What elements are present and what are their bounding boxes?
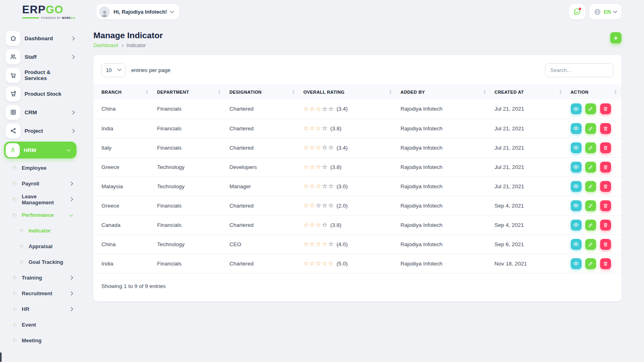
sidebar-item-employee[interactable]: Employee (0, 160, 80, 176)
column-header-added-by[interactable]: Added By (396, 84, 491, 99)
cell-created-at: Nov 18, 2021 (491, 254, 567, 273)
sort-icon[interactable] (218, 90, 221, 94)
table-row: Italy Financials Chartered ☆☆☆☆☆(3.4) Ra… (93, 138, 621, 157)
edit-button[interactable] (585, 142, 596, 153)
column-header-branch[interactable]: Branch (93, 84, 153, 99)
delete-button[interactable] (600, 142, 611, 153)
cell-action (567, 99, 621, 119)
search-input[interactable] (545, 63, 613, 77)
cell-added-by: Rajodiya Infotech (396, 138, 491, 157)
view-button[interactable] (571, 258, 582, 269)
cell-overall-rating: ☆☆☆☆(3.8) (299, 157, 396, 177)
delete-button[interactable] (600, 181, 611, 192)
delete-button[interactable] (600, 200, 611, 211)
cell-overall-rating: ☆☆☆☆☆(5.0) (299, 254, 396, 273)
edit-button[interactable] (585, 220, 596, 230)
sidebar-scrollbar[interactable] (0, 352, 2, 362)
cell-designation: Chartered (225, 196, 299, 215)
brand-logo[interactable]: ERPGO Powered By WORKDO (0, 4, 80, 19)
delete-button[interactable] (600, 239, 611, 250)
column-header-action[interactable]: Action (567, 84, 621, 99)
column-header-overall-rating[interactable]: Overall Rating (299, 84, 396, 99)
cell-designation: Developers (225, 157, 299, 177)
pencil-icon (588, 261, 593, 266)
sidebar-item-product-stock[interactable]: Product Stock (0, 84, 80, 103)
sidebar-item-hr[interactable]: HR (0, 301, 80, 317)
edit-button[interactable] (585, 162, 596, 173)
cell-action (567, 119, 621, 138)
view-button[interactable] (571, 142, 582, 153)
sidebar-item-payroll[interactable]: Payroll (0, 176, 80, 191)
cell-department: Financials (153, 196, 225, 215)
sidebar-item-leave-management[interactable]: Leave Management (0, 191, 80, 207)
table-header-row: Branch Department Designation Overall Ra… (93, 84, 621, 99)
sidebar-item-project[interactable]: Project (0, 121, 80, 140)
cell-overall-rating: ☆☆☆☆(3.8) (299, 215, 396, 234)
delete-button[interactable] (600, 258, 611, 269)
sort-icon[interactable] (559, 90, 563, 94)
edit-button[interactable] (585, 239, 596, 250)
sort-icon[interactable] (146, 90, 149, 94)
view-button[interactable] (571, 103, 582, 114)
cell-added-by: Rajodiya Infotech (396, 177, 491, 196)
edit-button[interactable] (585, 181, 596, 192)
trash-icon (603, 184, 608, 189)
sidebar-item-event[interactable]: Event (0, 317, 80, 333)
edit-button[interactable] (585, 103, 596, 114)
sidebar-item-product-services[interactable]: Product & Services (0, 66, 80, 84)
view-button[interactable] (571, 239, 582, 250)
view-button[interactable] (571, 162, 582, 173)
cell-branch: India (93, 119, 153, 138)
sidebar-item-goal-tracking[interactable]: Goal Tracking (0, 254, 80, 270)
delete-button[interactable] (600, 103, 611, 114)
sidebar-item-performance[interactable]: Performance (0, 207, 80, 223)
rating-value: (3.4) (336, 106, 348, 112)
eye-icon (573, 164, 579, 170)
cell-added-by: Rajodiya Infotech (396, 234, 491, 254)
star-rating-icons: ☆☆☆☆☆ (303, 241, 334, 247)
sidebar-item-training[interactable]: Training (0, 270, 80, 286)
delete-button[interactable] (600, 123, 611, 134)
sort-icon[interactable] (292, 90, 295, 94)
edit-button[interactable] (585, 200, 596, 211)
rating-value: (3.8) (330, 222, 341, 228)
cell-designation: Manager (225, 177, 299, 196)
sidebar-item-meeting[interactable]: Meeting (0, 333, 80, 348)
chevron-down-icon (613, 9, 617, 13)
sidebar-item-indicator[interactable]: Indicator (0, 223, 80, 239)
view-button[interactable] (571, 200, 582, 211)
sort-icon[interactable] (389, 90, 392, 94)
rating-value: (5.0) (336, 261, 348, 267)
user-menu[interactable]: Hi, Rajodiya Infotech! (97, 4, 179, 19)
cell-created-at: Jul 21, 2021 (491, 157, 567, 177)
sort-icon[interactable] (483, 90, 487, 94)
sidebar-item-hrm[interactable]: HRM (4, 142, 76, 158)
edit-button[interactable] (585, 123, 596, 134)
view-button[interactable] (571, 220, 582, 230)
breadcrumb-dashboard-link[interactable]: Dashboard (93, 43, 118, 48)
sidebar-item-dashboard[interactable]: Dashboard (0, 29, 80, 47)
sidebar-item-appraisal[interactable]: Appraisal (0, 239, 80, 254)
sidebar-item-recruitment[interactable]: Recruitment (0, 286, 80, 301)
sort-icon[interactable] (614, 90, 617, 94)
star-rating-icons: ☆☆☆☆☆ (303, 105, 334, 112)
cell-added-by: Rajodiya Infotech (396, 215, 491, 234)
column-header-department[interactable]: Department (153, 84, 225, 99)
column-header-created-at[interactable]: Created At (491, 84, 567, 99)
column-header-designation[interactable]: Designation (225, 84, 299, 99)
sidebar-item-crm[interactable]: CRM (0, 103, 80, 121)
cell-branch: India (93, 254, 153, 273)
sidebar-item-staff[interactable]: Staff (0, 47, 80, 66)
bullet-icon (19, 260, 24, 264)
view-button[interactable] (571, 181, 582, 192)
add-indicator-button[interactable]: + (610, 32, 621, 43)
delete-button[interactable] (600, 162, 611, 173)
edit-button[interactable] (585, 258, 596, 269)
chevron-down-icon (69, 212, 73, 216)
cell-created-at: Sep 4, 2021 (491, 215, 567, 234)
entries-select[interactable]: 10 (101, 63, 126, 77)
delete-button[interactable] (600, 220, 611, 230)
view-button[interactable] (571, 123, 582, 134)
messages-button[interactable] (569, 4, 585, 19)
language-selector[interactable]: EN (589, 4, 621, 19)
